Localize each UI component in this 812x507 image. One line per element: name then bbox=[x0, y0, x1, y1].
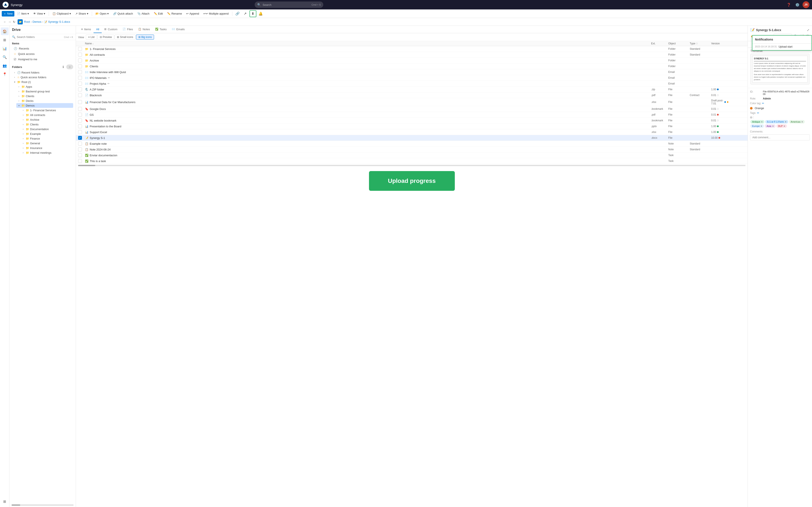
row-checkbox-11[interactable] bbox=[78, 113, 85, 117]
search-bar[interactable]: 🔍 Cmd + S bbox=[255, 1, 323, 8]
append-button[interactable]: ↩ Append bbox=[185, 11, 201, 16]
attach-button[interactable]: 📎 Attach bbox=[136, 11, 151, 16]
tab-files[interactable]: 📄 Files bbox=[120, 26, 135, 33]
folders-info-button[interactable]: ℹ bbox=[61, 64, 65, 69]
row-checkbox-8[interactable] bbox=[78, 93, 85, 97]
nav-back-button[interactable]: ← bbox=[3, 20, 7, 24]
tree-item-quick-access-folders[interactable]: › ☆ Quick access folders bbox=[12, 75, 73, 79]
file-row-9[interactable]: 📊 Financial Data for Car Manufacturers .… bbox=[76, 98, 748, 106]
view-button[interactable]: 👁 View ▾ bbox=[32, 11, 47, 16]
file-row-1[interactable]: 📁 All contracts Folder Standard bbox=[76, 52, 748, 58]
folders-toggle-button[interactable]: ○ bbox=[66, 64, 73, 69]
nav-download-icon[interactable]: ⬇ bbox=[250, 10, 256, 17]
sidebar-icon-home[interactable]: 🏠 bbox=[1, 27, 9, 35]
add-comment-input[interactable] bbox=[750, 134, 810, 140]
breadcrumb-root[interactable]: Root bbox=[24, 20, 30, 23]
row-checkbox-13[interactable] bbox=[78, 124, 85, 128]
tree-item-finance[interactable]: › 📁 Finance bbox=[20, 136, 73, 141]
col-object[interactable]: Object bbox=[668, 42, 690, 45]
help-icon[interactable]: ❓ bbox=[785, 1, 792, 8]
tab-all[interactable]: All bbox=[94, 26, 102, 33]
tag-americas-remove[interactable]: ✕ bbox=[801, 121, 803, 123]
tag-asia-remove[interactable]: ✕ bbox=[772, 125, 774, 127]
tree-item-archive[interactable]: › 📁 Archive bbox=[20, 117, 73, 122]
col-name[interactable]: Name ↓ bbox=[85, 42, 651, 45]
file-row-18[interactable]: ✅ Enviar documentacion Task bbox=[76, 153, 748, 158]
file-row-17[interactable]: 📋 Note 2024-06-24 Note Standard bbox=[76, 147, 748, 153]
row-checkbox-16[interactable] bbox=[78, 142, 85, 146]
sidebar-icon-bar-chart[interactable]: 📊 bbox=[1, 45, 9, 52]
right-panel-expand-button[interactable]: ⤢ bbox=[807, 28, 809, 32]
file-row-12[interactable]: 🔖 NL website bookmark .bookmark File 0.0… bbox=[76, 118, 748, 123]
file-row-0[interactable]: 📁 1- Financial Services Folder Standard bbox=[76, 46, 748, 52]
left-panel-scrollbar[interactable] bbox=[12, 504, 73, 506]
edit-button[interactable]: ✏️ Edit bbox=[152, 11, 164, 16]
nav-bell-icon[interactable]: 🔔 bbox=[257, 10, 264, 17]
rename-button[interactable]: ✏️ Rename bbox=[165, 11, 184, 16]
tree-item-internal-meetings[interactable]: › 📁 Internal meetings bbox=[20, 150, 73, 155]
nav-forward-button[interactable]: → bbox=[7, 20, 12, 24]
tab-custom[interactable]: ⊞ Custom bbox=[102, 26, 120, 33]
row-checkbox-14[interactable] bbox=[78, 130, 85, 134]
view-preview-button[interactable]: ⊟ Preview bbox=[97, 35, 114, 40]
app-logo[interactable] bbox=[3, 2, 9, 8]
file-row-14[interactable]: 📊 Support Excel .xlsx File 1.00 bbox=[76, 129, 748, 135]
row-checkbox-19[interactable] bbox=[78, 159, 85, 163]
tree-item-general[interactable]: › 📁 General bbox=[20, 141, 73, 146]
clipboard-button[interactable]: 📋 Clipboard ▾ bbox=[51, 11, 73, 16]
file-row-8[interactable]: 📄 Blackrock .pdf File Contract 0.01 bbox=[76, 93, 748, 98]
sidebar-icon-users[interactable]: 👥 bbox=[1, 62, 9, 69]
tree-item-all-contracts[interactable]: › 📁 All contracts bbox=[20, 113, 73, 117]
tab-tasks[interactable]: ✅ Tasks bbox=[153, 26, 169, 33]
row-checkbox-5[interactable] bbox=[78, 76, 85, 80]
tab-emails[interactable]: ✉️ Emails bbox=[169, 26, 187, 33]
tree-item-documentation[interactable]: › 📁 Documentation bbox=[20, 127, 73, 131]
nav-link-icon[interactable]: 🔗 bbox=[234, 10, 241, 17]
tag-europe-remove[interactable]: ✕ bbox=[761, 125, 762, 127]
quick-access-item[interactable]: ☆ Quick access bbox=[12, 51, 73, 57]
file-row-13[interactable]: 📊 Presentation to the Board .pptx File 1… bbox=[76, 123, 748, 129]
row-checkbox-12[interactable] bbox=[78, 119, 85, 122]
col-type[interactable]: Type bbox=[690, 42, 711, 45]
tree-item-clients[interactable]: › 📁 Clients bbox=[16, 94, 73, 98]
file-row-5[interactable]: ✉️ IPO Materials ✏ Email bbox=[76, 75, 748, 81]
sidebar-icon-grid[interactable]: ⊞ bbox=[1, 36, 9, 44]
row-checkbox-7[interactable] bbox=[78, 88, 85, 91]
quick-attach-button[interactable]: 🔗 Quick attach bbox=[111, 11, 135, 16]
col-version[interactable]: Version bbox=[711, 42, 728, 45]
row-checkbox-15[interactable]: ✓ bbox=[78, 136, 85, 140]
recents-item[interactable]: 🕐 Recents bbox=[12, 46, 73, 51]
sidebar-icon-map[interactable]: 📍 bbox=[1, 70, 9, 78]
row-checkbox-17[interactable] bbox=[78, 148, 85, 151]
file-row-6[interactable]: ✉️ Project Alpha ✏ Email bbox=[76, 81, 748, 87]
tree-item-clients-sub[interactable]: › 📁 Clients bbox=[20, 122, 73, 127]
tag-s1-form-remove[interactable]: ✕ bbox=[785, 121, 786, 123]
file-row-10[interactable]: 🔖 Google Docs .bookmark File 0.01 bbox=[76, 106, 748, 112]
view-big-icons-button[interactable]: ⊞ Big icons bbox=[136, 35, 154, 40]
tree-item-insurance[interactable]: › 📁 Insurance bbox=[20, 146, 73, 150]
assigned-to-me-item[interactable]: ☑ Assigned to me bbox=[12, 57, 73, 62]
tree-item-1-financial-services[interactable]: › 📁 1- Financial Services bbox=[20, 108, 73, 113]
tags-edit-button[interactable]: ✏ bbox=[757, 111, 759, 114]
row-checkbox-6[interactable] bbox=[78, 82, 85, 86]
tab-notes[interactable]: 📋 Notes bbox=[136, 26, 153, 33]
row-checkbox-9[interactable] bbox=[78, 100, 85, 104]
tree-item-example[interactable]: › 📁 Example bbox=[20, 131, 73, 136]
file-row-11[interactable]: 📄 GS .pdf File 0.01 bbox=[76, 112, 748, 118]
row-checkbox-18[interactable] bbox=[78, 153, 85, 157]
tab-items[interactable]: ≡ Items bbox=[79, 26, 94, 33]
open-button[interactable]: 📂 Open ▾ bbox=[94, 11, 111, 16]
row-checkbox-0[interactable] bbox=[78, 47, 85, 51]
file-row-2[interactable]: 📁 Archive Folder bbox=[76, 58, 748, 63]
search-folders-input[interactable] bbox=[17, 35, 63, 39]
file-list-scrollbar[interactable] bbox=[78, 165, 746, 167]
search-input[interactable] bbox=[263, 3, 310, 6]
view-list-button[interactable]: ≡ List bbox=[86, 35, 97, 40]
new-button[interactable]: ＋ New bbox=[2, 11, 14, 16]
multiple-append-button[interactable]: ↩↩ Multiple append bbox=[202, 11, 231, 16]
settings-icon[interactable]: ⚙️ bbox=[794, 1, 801, 8]
row-checkbox-10[interactable] bbox=[78, 107, 85, 111]
file-row-3[interactable]: 📁 Clients Folder bbox=[76, 63, 748, 69]
tree-item-recent-folders[interactable]: › 🕐 Recent folders bbox=[12, 70, 73, 75]
nav-share-icon[interactable]: ↗ bbox=[242, 10, 249, 17]
